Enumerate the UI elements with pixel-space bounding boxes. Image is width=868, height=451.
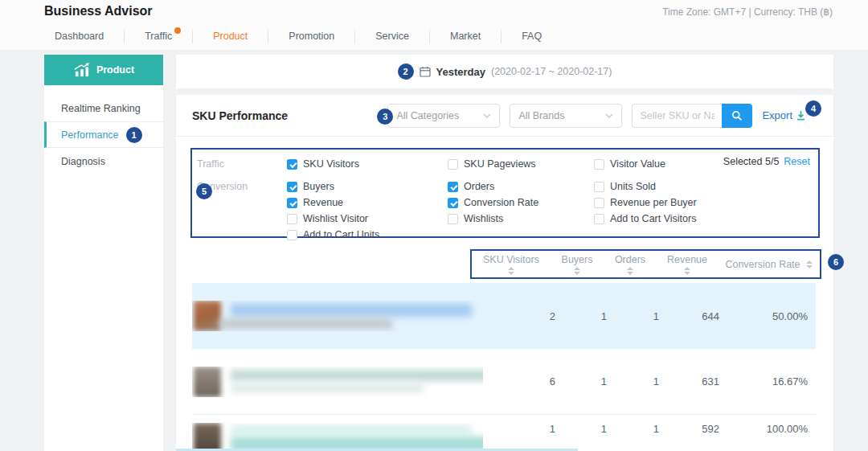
annotation-badge-4: 4 [805,100,821,117]
column-label: Buyers [562,254,593,265]
product-text-blurred [231,304,472,329]
metrics-selected-counter: Selected 5/5 Reset [723,156,810,167]
metric-wishlists[interactable]: Wishlists [448,213,594,224]
metric-revenue-per-buyer[interactable]: Revenue per Buyer [594,197,697,208]
brand-select[interactable]: All Brands [510,104,622,128]
calendar-icon [420,66,431,77]
metric-orders[interactable]: Orders [448,181,594,192]
annotation-badge-2: 2 [398,64,414,80]
cell-orders: 1 [607,375,659,387]
metric-units-sold[interactable]: Units Sold [594,181,656,192]
metric-wishlist-visitor[interactable]: Wishlist Visitor [287,213,448,224]
column-header-revenue[interactable]: Revenue [657,254,718,275]
annotation-badge-5: 5 [196,183,212,199]
metric-add-to-cart-visitors[interactable]: Add to Cart Visitors [594,213,696,224]
sort-icon[interactable] [627,267,633,275]
column-header-sku-visitors[interactable]: SKU Visitors [472,254,551,275]
sku-search [632,104,752,128]
column-label: Revenue [667,254,707,265]
checkbox-icon [287,230,297,240]
sidebar-item-performance[interactable]: Performance 1 [44,121,163,148]
metric-revenue[interactable]: Revenue [287,197,448,208]
metric-label: Units Sold [610,181,656,192]
sku-search-input[interactable] [632,104,722,128]
timezone-currency-label: Time Zone: GMT+7 | Currency: THB (฿) [662,6,833,18]
metric-label: Revenue per Buyer [610,197,697,208]
metrics-selection-box: 5 Selected 5/5 Reset Traffic SKU Visitor… [190,148,820,238]
download-icon [796,110,806,121]
checkbox-icon [287,198,297,208]
cell-revenue: 644 [659,310,719,322]
brand-select-value: All Brands [518,110,564,121]
sidebar-item-diagnosis[interactable]: Diagnosis [44,148,163,174]
tab-traffic[interactable]: Traffic [125,31,192,42]
reset-link[interactable]: Reset [784,156,810,167]
metric-buyers[interactable]: Buyers [287,181,448,192]
top-bar: Business Advisor Time Zone: GMT+7 | Curr… [0,0,868,50]
product-text-blurred [231,425,483,451]
sidebar-menu: Realtime Ranking Performance 1 Diagnosis [44,85,163,174]
product-cell-blurred[interactable] [192,301,483,331]
sku-panel-title: SKU Performance [192,109,288,122]
metric-label: Wishlists [464,213,503,224]
export-button[interactable]: Export 4 [762,109,806,121]
checkbox-icon [448,198,458,208]
sidebar-header-label: Product [96,64,134,76]
sidebar-header-product: Product [44,55,163,85]
tab-service[interactable]: Service [355,31,429,42]
tab-product[interactable]: Product [193,31,268,42]
column-label: SKU Visitors [483,254,539,265]
annotation-badge-1: 1 [126,127,142,143]
traffic-group-label: Traffic [197,158,287,170]
column-header-orders[interactable]: Orders [604,254,657,275]
filter-controls: 3 All Categories All Brands [387,104,817,128]
product-cell-blurred[interactable] [192,367,483,397]
metric-sku-visitors[interactable]: SKU Visitors [287,158,448,170]
column-label: Conversion Rate [725,259,800,270]
bar-chart-icon [73,63,91,77]
sku-table-body: 2 1 1 644 50.00% 6 1 1 631 16.67% [192,283,816,451]
table-header-box: SKU Visitors Buyers Orders Revenue Conve… [470,249,821,279]
main-nav: Dashboard Traffic Product Promotion Serv… [35,27,562,46]
sku-performance-panel: SKU Performance 3 All Categories All Bra… [176,95,833,451]
tab-faq[interactable]: FAQ [502,31,562,42]
tab-market[interactable]: Market [430,31,501,42]
chevron-down-icon [483,113,491,118]
category-select[interactable]: 3 All Categories [387,104,500,128]
tab-promotion[interactable]: Promotion [268,31,354,42]
date-range-bar: 2 Yesterday (2020-02-17 ~ 2020-02-17) [176,55,833,88]
sort-icon[interactable] [508,267,514,275]
metric-label: Add to Cart Visitors [610,213,696,224]
sort-icon[interactable] [574,267,580,275]
cell-revenue: 631 [659,375,719,387]
product-thumbnail [194,301,221,331]
product-cell-blurred[interactable] [192,423,483,451]
annotation-badge-6: 6 [828,254,844,270]
metrics-row-conversion-1: Conversion Buyers Orders Units Sold [197,178,810,195]
metric-add-to-cart-units[interactable]: Add to Cart Units [287,229,448,240]
metric-label: Conversion Rate [464,197,538,208]
checkbox-icon [287,159,297,170]
date-range-label: (2020-02-17 ~ 2020-02-17) [491,66,612,77]
table-row: 1 1 1 592 100.00% [192,415,816,451]
metric-conversion-rate[interactable]: Conversion Rate [448,197,594,208]
tab-dashboard[interactable]: Dashboard [35,31,124,42]
sidebar-item-realtime-ranking[interactable]: Realtime Ranking [44,95,163,121]
metric-label: SKU Pageviews [464,158,536,170]
metric-label: Visitor Value [610,158,665,170]
metric-label: Buyers [303,181,334,192]
chevron-down-icon [605,113,613,118]
metric-label: Wishlist Visitor [303,213,368,224]
search-button[interactable] [722,104,752,128]
column-header-conversion-rate[interactable]: Conversion Rate [718,259,820,270]
column-header-buyers[interactable]: Buyers [551,254,604,275]
metrics-row-conversion-2: Revenue Conversion Rate Revenue per Buye… [197,195,810,211]
sort-icon[interactable] [684,267,690,275]
date-preset-selector[interactable]: Yesterday [436,66,485,78]
metric-sku-pageviews[interactable]: SKU Pageviews [448,158,594,170]
checkbox-icon [594,198,604,208]
metric-visitor-value[interactable]: Visitor Value [594,158,665,170]
checkbox-icon [287,214,297,224]
product-thumbnail [194,423,221,451]
sort-icon[interactable] [806,260,813,269]
